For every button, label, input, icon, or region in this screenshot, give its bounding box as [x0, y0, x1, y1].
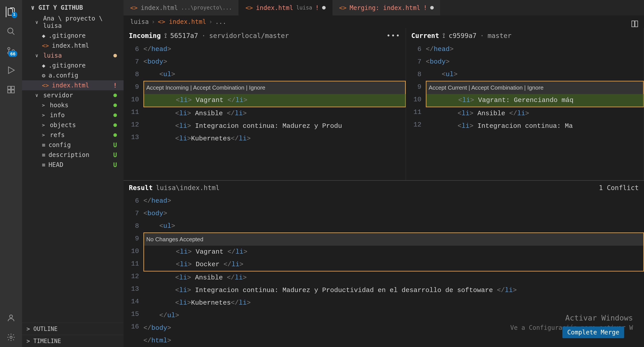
tab-label: index.html: [256, 4, 293, 12]
explorer-icon[interactable]: 1: [6, 7, 16, 17]
file-icon: ◆: [42, 33, 46, 39]
code-line: <li> Vagrant </li>: [144, 246, 643, 258]
tab-label: index.html: [141, 4, 178, 12]
svg-rect-4: [8, 86, 10, 89]
conflict-indicator: !: [315, 4, 319, 12]
commit-icon: ⟟: [164, 32, 167, 40]
code-line: <li>Kubernetes</li>: [144, 132, 406, 145]
tab-label: Merging: index.html: [350, 4, 420, 12]
tree-item[interactable]: >info: [22, 110, 124, 120]
tree-item[interactable]: <>index.html!: [22, 80, 124, 90]
git-status-letter: !: [113, 82, 117, 89]
settings-icon[interactable]: [6, 332, 16, 342]
merge-panes: Incoming ⟟ 56517a7 · servidorlocal/maste…: [124, 28, 644, 180]
tree-item-label: refs: [50, 131, 65, 139]
breadcrumb-item[interactable]: ...: [215, 18, 226, 25]
editor-tab[interactable]: <>index.html...\proyecto\...: [124, 0, 239, 16]
file-icon: <>: [339, 4, 346, 12]
current-editor[interactable]: 6789101112 </head><body> <ul>Accept Curr…: [406, 43, 644, 132]
explorer-title-label: GIT Y GITHUB: [38, 4, 83, 11]
breadcrumb[interactable]: luisa › <> index.html › ...: [124, 16, 644, 28]
tree-item[interactable]: >hooks: [22, 100, 124, 110]
breadcrumb-item[interactable]: <> index.html: [158, 18, 206, 25]
tree-item-label: info: [50, 112, 65, 119]
chevron-icon: ∨: [35, 93, 40, 98]
code-line: </head>: [426, 43, 644, 56]
git-status-dot: [114, 54, 117, 57]
tree-item[interactable]: ⚙a.config: [22, 70, 124, 80]
sidebar-bottom-panels: > OUTLINE > TIMELINE: [22, 323, 124, 347]
tree-item-label: luisa: [43, 52, 62, 59]
svg-point-0: [8, 28, 13, 33]
account-icon[interactable]: [6, 312, 16, 323]
git-status-dot: [114, 133, 117, 137]
current-hash: c9599a7: [448, 32, 476, 40]
code-line: <li> Docker: Creando containe: [643, 94, 644, 107]
file-icon: ≡: [42, 142, 46, 148]
incoming-editor[interactable]: 678910111213 </head><body> <ul>Accept In…: [124, 43, 406, 145]
svg-point-1: [8, 48, 10, 50]
conflict-count: 1 Conflict: [599, 184, 639, 192]
tree-item[interactable]: ∨servidor: [22, 90, 124, 100]
file-icon: ≡: [42, 162, 46, 168]
main-editor-area: <>index.html...\proyecto\...<>index.html…: [124, 0, 644, 347]
chevron-icon: >: [42, 122, 47, 128]
search-icon[interactable]: [6, 26, 16, 37]
incoming-pane: Incoming ⟟ 56517a7 · servidorlocal/maste…: [124, 28, 406, 180]
extensions-icon[interactable]: [6, 84, 16, 95]
explorer-title[interactable]: ∨ GIT Y GITHUB: [22, 0, 124, 14]
editor-tab[interactable]: <>Merging: index.html!: [332, 0, 440, 16]
tree-item[interactable]: ∨Ana \ proyecto \ luisa: [22, 14, 124, 31]
explorer-sidebar: ∨ GIT Y GITHUB ∨Ana \ proyecto \ luisa◆.…: [22, 0, 124, 347]
current-title: Current: [411, 32, 439, 40]
tree-item[interactable]: >refs: [22, 130, 124, 140]
current-branch: master: [488, 32, 512, 40]
svg-rect-11: [635, 21, 638, 27]
conflict-actions[interactable]: Accept Current | Accept Combination | Ig…: [426, 82, 643, 94]
git-status-dot: [114, 123, 117, 127]
tree-item[interactable]: ∨luisa: [22, 51, 124, 61]
tree-item[interactable]: ≡descriptionU: [22, 150, 124, 160]
timeline-panel[interactable]: > TIMELINE: [22, 335, 124, 347]
complete-merge-button[interactable]: Complete Merge: [562, 326, 624, 338]
tree-item[interactable]: ≡HEADU: [22, 160, 124, 170]
source-control-icon[interactable]: 66: [6, 46, 16, 56]
file-tree: ∨Ana \ proyecto \ luisa◆.gitignore<>inde…: [22, 14, 124, 170]
tree-item-label: a.config: [48, 72, 78, 79]
file-icon: <>: [130, 4, 138, 12]
file-icon: ⚙: [42, 72, 46, 79]
code-line: <body>: [144, 56, 406, 68]
conflict-actions[interactable]: No Changes Accepted: [144, 233, 643, 246]
code-line: <li> Integracion continua: Madurez y Pro…: [144, 120, 406, 132]
current-pane: Current ⟟ c9599a7 · master 6789101112 </…: [406, 28, 644, 180]
scm-badge: 66: [8, 51, 17, 57]
tree-item[interactable]: ≡configU: [22, 140, 124, 150]
tree-item[interactable]: <>index.html: [22, 41, 124, 51]
tree-item[interactable]: ◆.gitignore: [22, 61, 124, 70]
compare-icon[interactable]: [631, 20, 639, 28]
code-line: <li> Ansible </li>: [144, 107, 406, 120]
tree-item-label: description: [48, 151, 89, 159]
outline-panel[interactable]: > OUTLINE: [22, 323, 124, 335]
chevron-icon: >: [42, 112, 47, 118]
conflict-actions[interactable]: Accept Incoming | Accept Combination | I…: [144, 82, 405, 94]
incoming-title: Incoming: [129, 32, 161, 40]
svg-rect-6: [8, 90, 10, 93]
run-debug-icon[interactable]: [6, 65, 16, 76]
result-editor[interactable]: 678910111213141516 </head><body> <ul>No …: [124, 195, 644, 347]
code-line: <li> Docker: Creando conteiners sin dolo…: [405, 94, 406, 107]
editor-tab[interactable]: <>index.htmlluisa!: [239, 0, 332, 16]
chevron-right-icon: ›: [209, 18, 212, 25]
tree-item[interactable]: >objects: [22, 120, 124, 130]
tree-item[interactable]: ◆.gitignore: [22, 31, 124, 41]
breadcrumb-item[interactable]: luisa: [130, 18, 149, 25]
incoming-branch: servidorlocal/master: [209, 32, 289, 40]
tree-item-label: servidor: [43, 92, 73, 99]
code-line: <ul>: [144, 68, 406, 81]
more-actions-icon[interactable]: •••: [386, 32, 400, 40]
code-line: </head>: [144, 43, 406, 56]
dirty-indicator: [322, 6, 326, 10]
explorer-badge: 1: [12, 12, 17, 18]
tree-item-label: .gitignore: [48, 32, 86, 39]
timeline-label: TIMELINE: [33, 338, 61, 344]
